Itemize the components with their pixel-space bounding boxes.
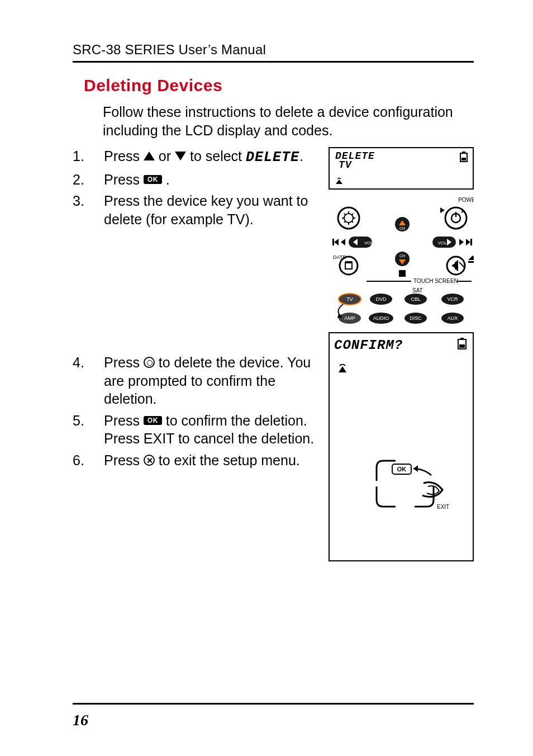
- prev-track-icon: [334, 239, 339, 245]
- label-touch-screen: TOUCH SCREEN: [413, 278, 458, 284]
- svg-text:VOL: VOL: [438, 240, 448, 245]
- svg-text:CBL: CBL: [411, 296, 421, 302]
- svg-marker-24: [341, 239, 345, 245]
- ok-pill-icon: OK: [144, 175, 162, 184]
- stop-icon: [399, 270, 406, 277]
- next-track-icon: [466, 239, 470, 245]
- close-circle-icon: [144, 455, 155, 466]
- step-3: 3. Press the device key you want to dele…: [73, 192, 325, 228]
- svg-text:AUDIO: AUDIO: [373, 315, 389, 321]
- svg-text:DISC: DISC: [410, 315, 422, 321]
- svg-line-16: [461, 211, 463, 212]
- step-text: Press: [104, 148, 144, 164]
- page-number: 16: [73, 711, 88, 729]
- step-number: 4.: [73, 353, 104, 408]
- device-amp: AMP: [339, 313, 361, 324]
- svg-text:VOL: VOL: [364, 240, 374, 245]
- footer-rule: [73, 703, 474, 705]
- ch-up-button: CH: [395, 217, 410, 231]
- step-number: 1.: [73, 147, 104, 167]
- remote-diagram: POWER: [329, 193, 474, 330]
- transmit-icon: [337, 364, 468, 375]
- svg-text:AMP: AMP: [344, 315, 355, 321]
- triangle-down-icon: [175, 152, 186, 160]
- svg-marker-28: [459, 239, 464, 245]
- device-audio: AUDIO: [369, 313, 393, 324]
- svg-line-11: [344, 221, 345, 223]
- date-button: [340, 257, 358, 275]
- ok-exit-diagram: OK EXIT: [375, 459, 465, 522]
- step-2: 2. Press OK .: [73, 171, 325, 189]
- svg-text:OK: OK: [397, 466, 407, 472]
- device-aux: AUX: [441, 313, 464, 324]
- step-text: Press: [104, 452, 144, 468]
- step-5: 5. Press OK to confirm the deletion. Pre…: [73, 412, 325, 448]
- play-icon: [440, 207, 445, 213]
- svg-rect-37: [468, 261, 474, 263]
- section-title: Deleting Devices: [84, 76, 474, 95]
- svg-line-9: [344, 214, 345, 215]
- svg-rect-23: [332, 239, 334, 245]
- step-number: 3.: [73, 192, 104, 228]
- step-text: to exit the setup menu.: [159, 452, 300, 468]
- lcd-word: DELETE: [246, 149, 299, 166]
- svg-marker-64: [413, 465, 418, 472]
- step-text: or: [159, 148, 175, 164]
- lcd-line-confirm: CONFIRM?: [334, 338, 468, 353]
- triangle-up-icon: [144, 152, 155, 160]
- gear-icon: [342, 211, 355, 225]
- ch-down-button: CH: [395, 252, 410, 266]
- device-disc: DISC: [404, 313, 427, 324]
- svg-rect-34: [345, 261, 352, 263]
- svg-point-4: [344, 214, 353, 223]
- svg-point-3: [338, 207, 359, 229]
- label-power: POWER: [458, 197, 474, 203]
- svg-rect-60: [459, 344, 465, 348]
- svg-text:EXIT: EXIT: [437, 504, 449, 510]
- svg-rect-2: [461, 158, 466, 160]
- transmit-icon: [335, 177, 343, 186]
- label-sat: SAT: [412, 287, 423, 294]
- figure-column: DELETE TV POWER: [329, 147, 474, 561]
- vol-down-button: VOL: [349, 237, 374, 248]
- step-1: 1. Press or to select DELETE.: [73, 147, 325, 167]
- svg-point-13: [445, 207, 467, 229]
- steps-column: 1. Press or to select DELETE. 2. Press: [73, 147, 325, 472]
- step-number: 2.: [73, 171, 104, 189]
- step-text: .: [299, 148, 303, 164]
- step-text: Press: [104, 413, 144, 428]
- svg-line-12: [352, 221, 353, 223]
- ok-pill-icon: OK: [144, 416, 162, 425]
- vol-up-button: VOL: [432, 237, 456, 248]
- step-text: to select: [190, 148, 246, 164]
- header-rule: [73, 61, 474, 63]
- device-cbl: CBL: [404, 294, 427, 305]
- step-text: Press the device key you want to delete …: [104, 192, 325, 228]
- intro-paragraph: Follow these instructions to delete a de…: [103, 103, 474, 139]
- device-dvd: DVD: [370, 294, 392, 305]
- battery-icon: [457, 338, 467, 350]
- svg-marker-36: [468, 256, 474, 260]
- svg-text:CH: CH: [399, 254, 405, 258]
- step-4: 4. Press to delete the device. You are p…: [73, 353, 325, 408]
- running-header: SRC-38 SERIES User’s Manual: [73, 42, 474, 58]
- device-tv: TV: [339, 294, 361, 305]
- svg-text:AUX: AUX: [448, 315, 458, 321]
- lcd-panel-confirm: CONFIRM? OK: [329, 332, 474, 561]
- svg-rect-29: [470, 239, 472, 245]
- step-number: 5.: [73, 412, 104, 448]
- device-vcr: VCR: [441, 294, 464, 305]
- svg-text:TV: TV: [346, 296, 353, 302]
- svg-text:DVD: DVD: [375, 296, 387, 302]
- battery-icon: [459, 152, 468, 163]
- svg-text:VCR: VCR: [447, 296, 458, 302]
- svg-line-10: [352, 214, 353, 215]
- step-text: .: [166, 172, 170, 187]
- power-icon: [451, 211, 463, 223]
- ring-button-icon: [144, 357, 155, 368]
- eject-icon: [468, 256, 474, 263]
- step-text: Press: [104, 355, 144, 370]
- step-6: 6. Press to exit the setup menu.: [73, 451, 325, 470]
- lcd-panel-delete: DELETE TV: [329, 147, 474, 190]
- step-number: 6.: [73, 451, 104, 470]
